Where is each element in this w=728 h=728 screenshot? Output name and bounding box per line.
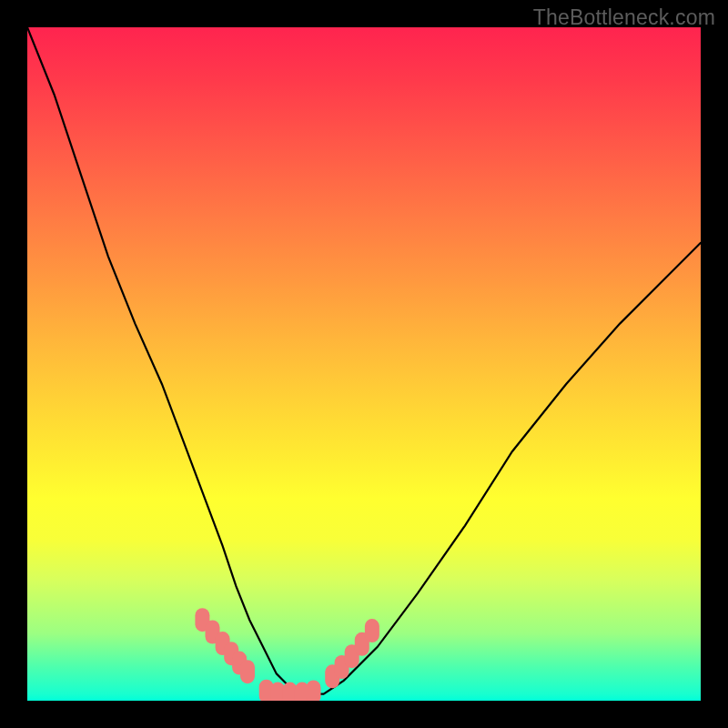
curve-markers xyxy=(195,608,379,701)
plot-area xyxy=(27,27,701,701)
chart-container: TheBottleneck.com xyxy=(0,0,728,728)
marker-dot xyxy=(365,619,379,642)
bottleneck-curve xyxy=(27,27,701,694)
curve-svg xyxy=(27,27,701,701)
marker-dot xyxy=(240,660,255,683)
attribution-text: TheBottleneck.com xyxy=(533,5,715,30)
marker-dot xyxy=(307,680,321,701)
